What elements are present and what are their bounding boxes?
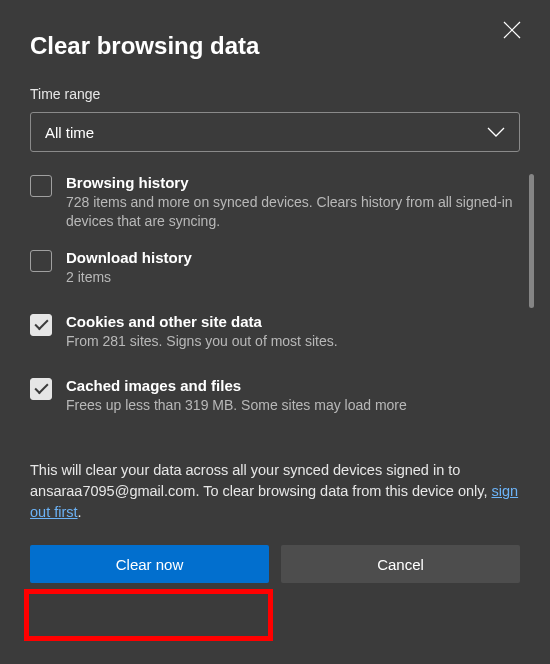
checkbox-cached[interactable] bbox=[30, 378, 52, 400]
time-range-label: Time range bbox=[30, 86, 520, 102]
option-download-history: Download history 2 items bbox=[30, 249, 520, 287]
option-browsing-history: Browsing history 728 items and more on s… bbox=[30, 174, 520, 231]
scrollbar[interactable] bbox=[529, 174, 534, 308]
option-desc: 728 items and more on synced devices. Cl… bbox=[66, 193, 520, 231]
option-title: Cookies and other site data bbox=[66, 313, 520, 330]
option-cached: Cached images and files Frees up less th… bbox=[30, 377, 520, 415]
option-desc: 2 items bbox=[66, 268, 520, 287]
checkbox-browsing-history[interactable] bbox=[30, 175, 52, 197]
chevron-down-icon bbox=[487, 127, 505, 137]
footer-text-before: This will clear your data across all you… bbox=[30, 462, 492, 499]
footer-text-after: . bbox=[78, 504, 82, 520]
option-desc: Frees up less than 319 MB. Some sites ma… bbox=[66, 396, 520, 415]
close-icon bbox=[503, 21, 521, 39]
cancel-button[interactable]: Cancel bbox=[281, 545, 520, 583]
options-list: Browsing history 728 items and more on s… bbox=[30, 174, 520, 414]
dialog-buttons: Clear now Cancel bbox=[30, 545, 520, 583]
time-range-select[interactable]: All time bbox=[30, 112, 520, 152]
option-title: Cached images and files bbox=[66, 377, 520, 394]
checkbox-cookies[interactable] bbox=[30, 314, 52, 336]
time-range-value: All time bbox=[45, 124, 94, 141]
option-title: Browsing history bbox=[66, 174, 520, 191]
checkbox-download-history[interactable] bbox=[30, 250, 52, 272]
option-title: Download history bbox=[66, 249, 520, 266]
dialog-title: Clear browsing data bbox=[30, 32, 520, 60]
close-button[interactable] bbox=[496, 14, 528, 46]
footer-notice: This will clear your data across all you… bbox=[30, 460, 520, 523]
clear-browsing-data-dialog: Clear browsing data Time range All time … bbox=[0, 0, 550, 664]
option-cookies: Cookies and other site data From 281 sit… bbox=[30, 313, 520, 351]
option-desc: From 281 sites. Signs you out of most si… bbox=[66, 332, 520, 351]
clear-now-button[interactable]: Clear now bbox=[30, 545, 269, 583]
